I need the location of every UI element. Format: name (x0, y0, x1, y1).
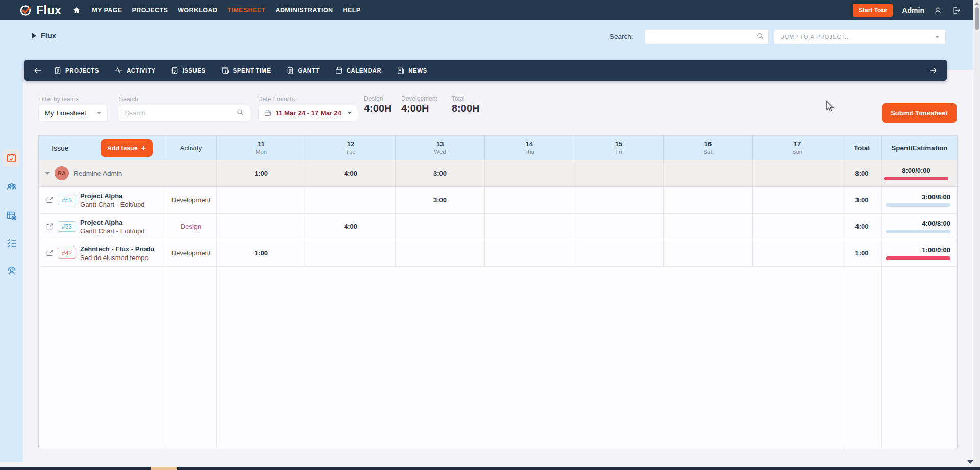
sidebar-item-teams[interactable] (6, 181, 18, 193)
time-cell-sun[interactable] (753, 187, 842, 213)
breadcrumb-arrow-icon (32, 33, 36, 39)
tab-issues[interactable]: ISSUES (170, 66, 205, 75)
time-cell-fri[interactable] (574, 187, 664, 213)
sidebar-item-support[interactable] (6, 265, 18, 277)
add-issue-button[interactable]: Add Issue + (101, 139, 153, 157)
breadcrumb[interactable]: Flux (32, 32, 56, 40)
time-cell-sat[interactable] (664, 214, 753, 240)
time-cell-fri[interactable] (574, 240, 664, 266)
time-cell-wed[interactable]: 3:00 (396, 187, 485, 213)
tab-projects[interactable]: PROJECTS (54, 66, 99, 75)
forward-arrow-icon[interactable] (928, 66, 938, 75)
time-cell-sat[interactable] (664, 240, 753, 266)
search-icon (756, 32, 764, 42)
sidebar-item-timesheet[interactable] (3, 149, 20, 167)
time-cell-thu[interactable] (485, 187, 574, 213)
group-user-cell[interactable]: RA Redmine Admin (39, 160, 217, 186)
tab-gantt[interactable]: GANTT (286, 66, 320, 75)
header-search (645, 29, 769, 44)
date-range-picker[interactable]: 11 Mar 24 - 17 Mar 24 (258, 105, 357, 122)
row-total-cell: 1:00 (842, 240, 882, 266)
group-cell-sat (664, 160, 753, 186)
vertical-scrollbar[interactable] (973, 0, 980, 467)
scrollbar-thumb[interactable] (975, 7, 979, 30)
issues-icon (170, 66, 179, 75)
issue-subject: Sed do eiusmod tempo (80, 253, 154, 262)
external-link-icon[interactable] (45, 196, 54, 204)
time-cell-tue[interactable]: 4:00 (306, 214, 396, 240)
teams-icon (6, 181, 18, 193)
plus-icon: + (141, 144, 146, 152)
jump-to-project-placeholder: JUMP TO A PROJECT... (781, 34, 850, 40)
tab-calendar[interactable]: CALENDAR (335, 66, 382, 75)
issue-cell[interactable]: #42 Zehntech - Flux - Produ Sed do eiusm… (39, 240, 165, 266)
user-group-row: RA Redmine Admin 1:00 4:00 3:00 8:00 8:0… (39, 160, 957, 187)
time-cell-sun[interactable] (753, 240, 842, 266)
time-cell-mon[interactable]: 1:00 (217, 240, 306, 266)
issue-id-badge[interactable]: #42 (58, 248, 76, 258)
home-icon[interactable] (72, 6, 81, 14)
header-search-input[interactable] (645, 30, 756, 44)
time-cell-thu[interactable] (485, 214, 574, 240)
issue-id-badge[interactable]: #53 (58, 195, 76, 205)
back-arrow-icon[interactable] (33, 66, 42, 75)
time-cell-thu[interactable] (485, 240, 574, 266)
time-cell-sun[interactable] (753, 214, 842, 240)
activity-header: Activity (165, 136, 217, 160)
jump-to-project-select[interactable]: JUMP TO A PROJECT... (774, 29, 946, 44)
projects-icon (54, 66, 62, 75)
external-link-icon[interactable] (45, 223, 54, 231)
time-cell-wed[interactable] (396, 240, 485, 266)
timesheet-calendar-icon (6, 152, 17, 164)
bottom-edge-bar (0, 467, 980, 470)
chevron-down-icon (348, 112, 352, 114)
tab-activity[interactable]: ACTIVITY (114, 66, 155, 75)
activity-cell: Development (165, 187, 217, 213)
summary-total: Total 8:00H (452, 95, 479, 114)
group-spent-cell: 8:00/0:00 (882, 160, 957, 186)
time-cell-mon[interactable] (217, 214, 306, 240)
tabs: PROJECTS ACTIVITY ISSUES SPENT TIME GANT… (54, 66, 427, 75)
day-header-fri: 15Fri (574, 136, 664, 160)
time-cell-tue[interactable] (306, 240, 396, 266)
external-link-icon[interactable] (45, 249, 54, 257)
start-tour-button[interactable]: Start Tour (853, 4, 893, 17)
brand-name: Flux (36, 4, 61, 17)
scroll-up-icon[interactable] (975, 2, 979, 5)
nav-workload[interactable]: WORKLOAD (177, 5, 218, 16)
time-cell-tue[interactable] (306, 187, 396, 213)
scroll-down-icon[interactable] (967, 460, 973, 464)
nav-help[interactable]: HELP (342, 5, 362, 16)
issue-id-badge[interactable]: #53 (58, 221, 76, 232)
submit-timesheet-button[interactable]: Submit Timesheet (882, 103, 957, 123)
nav-timesheet[interactable]: TIMESHEET (226, 5, 266, 16)
bottom-strip (0, 462, 980, 467)
activity-icon (114, 66, 123, 75)
progress-bar (886, 256, 950, 260)
team-filter-select[interactable]: My Timesheet (38, 105, 108, 122)
collapse-caret-icon[interactable] (45, 172, 50, 175)
time-cell-sat[interactable] (664, 187, 753, 213)
day-header-wed: 13Wed (396, 136, 485, 160)
time-cell-mon[interactable] (217, 187, 306, 213)
brand[interactable]: Flux (19, 4, 61, 17)
issue-project: Zehntech - Flux - Produ (80, 245, 154, 253)
filter-search-input[interactable] (119, 105, 236, 121)
issue-cell[interactable]: #53 Project Alpha Gantt Chart - Edit/upd (39, 214, 165, 240)
tab-spent-time[interactable]: SPENT TIME (221, 66, 271, 75)
user-name[interactable]: Admin (902, 6, 924, 14)
sidebar-item-checklist[interactable] (6, 237, 18, 249)
nav-projects[interactable]: PROJECTS (131, 5, 169, 16)
nav-administration[interactable]: ADMINISTRATION (275, 5, 334, 16)
time-cell-fri[interactable] (574, 214, 664, 240)
issue-project: Project Alpha (80, 192, 144, 200)
user-icon[interactable] (934, 6, 942, 15)
group-cell-thu (485, 160, 574, 186)
nav-my-page[interactable]: MY PAGE (91, 5, 123, 16)
day-header-mon: 11Mon (217, 136, 306, 160)
issue-cell[interactable]: #53 Project Alpha Gantt Chart - Edit/upd (39, 187, 165, 213)
tab-news[interactable]: NEWS (397, 66, 427, 75)
sidebar-item-project-settings[interactable] (6, 209, 18, 222)
logout-icon[interactable] (951, 6, 961, 15)
time-cell-wed[interactable] (396, 214, 485, 240)
